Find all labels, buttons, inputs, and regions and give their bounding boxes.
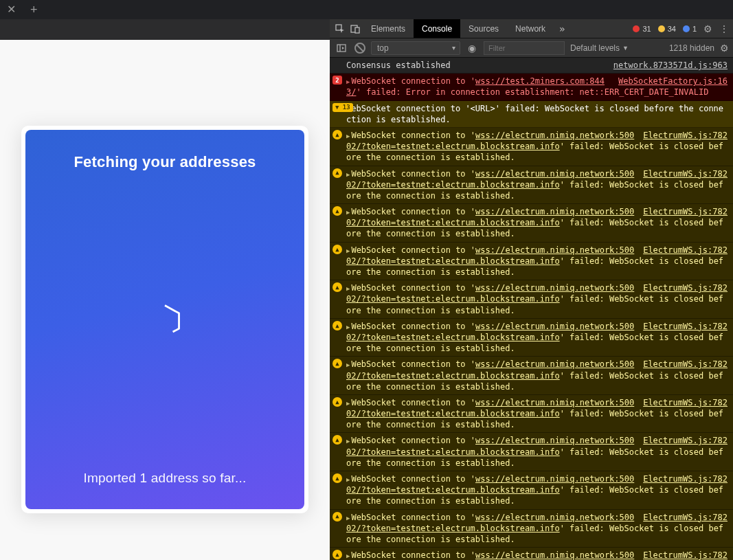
devtools-tab-network[interactable]: Network bbox=[507, 19, 554, 38]
warn-badge-icon: ▲ bbox=[332, 206, 342, 216]
console-log-row[interactable]: ▲ElectrumWS.js:782▶WebSocket connection … bbox=[330, 548, 733, 560]
log-source-link[interactable]: ElectrumWS.js:782 bbox=[643, 130, 728, 141]
log-levels-selector[interactable]: Default levels▼ bbox=[570, 43, 629, 53]
console-log-row[interactable]: 2WebSocketFactory.js:16▶WebSocket connec… bbox=[330, 74, 733, 100]
devtools-panel: ElementsConsoleSourcesNetwork » 31 34 1 … bbox=[330, 19, 733, 560]
console-log-row[interactable]: ▲ElectrumWS.js:782▶WebSocket connection … bbox=[330, 204, 733, 243]
more-menu-icon[interactable]: ⋮ bbox=[719, 23, 729, 34]
console-log-row[interactable]: network.8733571d.js:963Consensus establi… bbox=[330, 58, 733, 74]
error-count[interactable]: 31 bbox=[633, 25, 651, 33]
clear-console-icon[interactable] bbox=[354, 43, 365, 54]
devtools-tabbar: ElementsConsoleSourcesNetwork » 31 34 1 … bbox=[330, 19, 733, 38]
inspect-element-icon[interactable] bbox=[332, 21, 348, 36]
warning-count[interactable]: 34 bbox=[658, 25, 676, 33]
device-toolbar-icon[interactable] bbox=[348, 21, 363, 36]
warn-badge-icon: ▲ bbox=[332, 435, 342, 445]
warn-badge-icon: ▲ bbox=[332, 359, 342, 368]
group-header-badge-icon: ▼ 13 bbox=[332, 103, 353, 112]
log-message: WebSocket connection to '<URL>' failed: … bbox=[346, 104, 723, 124]
live-expression-icon[interactable]: ◉ bbox=[466, 43, 478, 54]
warn-badge-icon: ▲ bbox=[332, 512, 342, 522]
console-log-row[interactable]: ▲ElectrumWS.js:782▶WebSocket connection … bbox=[330, 243, 733, 281]
log-source-link[interactable]: ElectrumWS.js:782 bbox=[643, 168, 728, 179]
card-status: Imported 1 address so far... bbox=[84, 471, 247, 486]
settings-gear-icon[interactable]: ⚙ bbox=[703, 23, 712, 34]
page-content: Fetching your addresses Imported 1 addre… bbox=[0, 19, 330, 560]
console-log-row[interactable]: ▲ElectrumWS.js:782▶WebSocket connection … bbox=[330, 128, 733, 166]
log-source-link[interactable]: ElectrumWS.js:782 bbox=[643, 359, 728, 370]
new-tab-button[interactable]: + bbox=[18, 3, 34, 17]
error-badge-icon: 2 bbox=[332, 76, 342, 85]
modal-card: Fetching your addresses Imported 1 addre… bbox=[21, 126, 308, 513]
more-tabs-button[interactable]: » bbox=[554, 23, 570, 34]
warn-badge-icon: ▲ bbox=[332, 130, 342, 139]
svg-marker-0 bbox=[150, 306, 179, 337]
warn-badge-icon: ▲ bbox=[332, 397, 342, 407]
warn-badge-icon: ▲ bbox=[332, 321, 342, 331]
log-source-link[interactable]: ElectrumWS.js:782 bbox=[643, 321, 728, 332]
warn-badge-icon: ▲ bbox=[332, 473, 342, 483]
devtools-tab-console[interactable]: Console bbox=[414, 19, 460, 38]
console-log-row[interactable]: ▲ElectrumWS.js:782▶WebSocket connection … bbox=[330, 471, 733, 510]
info-count[interactable]: 1 bbox=[683, 25, 697, 33]
log-source-link[interactable]: ElectrumWS.js:782 bbox=[643, 473, 728, 484]
console-log-row[interactable]: ▲ElectrumWS.js:782▶WebSocket connection … bbox=[330, 280, 733, 319]
log-source-link[interactable]: network.8733571d.js:963 bbox=[613, 60, 728, 71]
console-log-row[interactable]: ▲ElectrumWS.js:782▶WebSocket connection … bbox=[330, 166, 733, 205]
browser-tab-bar: ✕ + bbox=[0, 0, 733, 19]
console-log-row[interactable]: ▲ElectrumWS.js:782▶WebSocket connection … bbox=[330, 395, 733, 434]
console-log-row[interactable]: ▲ElectrumWS.js:782▶WebSocket connection … bbox=[330, 433, 733, 471]
devtools-tab-elements[interactable]: Elements bbox=[363, 19, 414, 38]
log-message: Consensus established bbox=[346, 60, 451, 70]
log-source-link[interactable]: ElectrumWS.js:782 bbox=[643, 512, 728, 523]
log-source-link[interactable]: ElectrumWS.js:782 bbox=[643, 435, 728, 446]
warn-badge-icon: ▲ bbox=[332, 168, 342, 178]
warn-badge-icon: ▲ bbox=[332, 245, 342, 254]
devtools-tab-sources[interactable]: Sources bbox=[460, 19, 507, 38]
loading-hexagon-icon bbox=[146, 302, 184, 340]
console-toolbar: top ◉ Default levels▼ 1218 hidden ⚙ bbox=[330, 38, 733, 58]
tab-close-button[interactable]: ✕ bbox=[4, 4, 18, 15]
log-source-link[interactable]: ElectrumWS.js:782 bbox=[643, 206, 728, 217]
console-log-list[interactable]: network.8733571d.js:963Consensus establi… bbox=[330, 58, 733, 560]
filter-input[interactable] bbox=[484, 41, 565, 55]
hidden-count[interactable]: 1218 hidden bbox=[669, 43, 714, 53]
warn-badge-icon: ▲ bbox=[332, 550, 342, 559]
log-source-link[interactable]: WebSocketFactory.js:16 bbox=[618, 76, 728, 87]
console-log-row[interactable]: ▲ElectrumWS.js:782▶WebSocket connection … bbox=[330, 510, 733, 548]
console-settings-icon[interactable]: ⚙ bbox=[720, 43, 729, 54]
toggle-sidebar-icon[interactable] bbox=[334, 41, 349, 56]
svg-rect-4 bbox=[337, 45, 346, 52]
svg-rect-3 bbox=[355, 27, 359, 33]
log-source-link[interactable]: ElectrumWS.js:782 bbox=[643, 397, 728, 408]
card-title: Fetching your addresses bbox=[74, 153, 256, 171]
warn-badge-icon: ▲ bbox=[332, 282, 342, 292]
console-log-row[interactable]: ▲ElectrumWS.js:782▶WebSocket connection … bbox=[330, 319, 733, 357]
log-source-link[interactable]: ElectrumWS.js:782 bbox=[643, 282, 728, 293]
log-source-link[interactable]: ElectrumWS.js:782 bbox=[643, 245, 728, 256]
console-log-row[interactable]: ▼ 13WebSocket connection to '<URL>' fail… bbox=[330, 101, 733, 128]
log-source-link[interactable]: ElectrumWS.js:782 bbox=[643, 550, 728, 560]
console-log-row[interactable]: ▲ElectrumWS.js:782▶WebSocket connection … bbox=[330, 357, 733, 395]
context-selector[interactable]: top bbox=[371, 41, 460, 55]
